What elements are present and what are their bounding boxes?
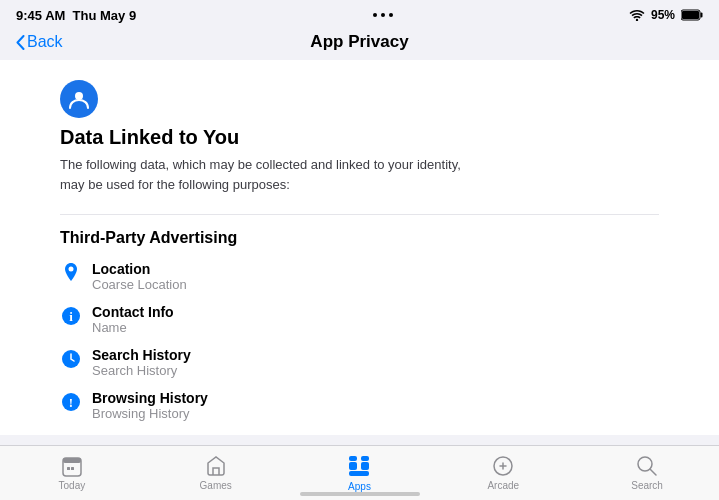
item-sub: Search History [92,363,191,378]
tab-search[interactable]: Search [575,455,719,491]
third-party-title: Third-Party Advertising [60,229,659,247]
item-name: Contact Info [92,304,174,320]
hero-icon [60,80,98,118]
today-icon [61,455,83,477]
tab-arcade-label: Arcade [487,480,519,491]
svg-point-5 [69,267,74,272]
item-name: Location [92,261,187,277]
person-icon [68,88,90,110]
svg-rect-2 [701,13,703,18]
identifiers-icon [60,434,82,435]
list-item: Identifiers User ID Device ID [60,433,659,435]
tab-today-label: Today [59,480,86,491]
main-content: Data Linked to You The following data, w… [0,60,719,435]
tab-apps[interactable]: Apps [288,454,432,492]
list-item: Location Coarse Location [60,261,659,292]
svg-rect-22 [67,467,70,470]
page-title: App Privacy [310,32,408,52]
svg-point-0 [636,19,638,21]
tab-games-label: Games [200,480,232,491]
search-history-icon [60,348,82,370]
svg-rect-26 [349,456,357,461]
item-name: Browsing History [92,390,208,406]
hero-description: The following data, which may be collect… [60,155,480,194]
status-right: 95% [629,8,703,22]
hero-title: Data Linked to You [60,126,659,149]
status-bar: 9:45 AM Thu May 9 95% [0,0,719,28]
contact-icon: i [60,305,82,327]
location-icon [60,262,82,284]
svg-rect-27 [361,456,369,461]
item-sub: Name [92,320,174,335]
svg-rect-28 [349,471,369,476]
svg-point-4 [75,92,83,100]
svg-rect-23 [71,467,74,470]
list-item: i Contact Info Name [60,304,659,335]
divider-1 [60,214,659,215]
tab-apps-label: Apps [348,481,371,492]
back-button[interactable]: Back [16,33,63,51]
battery-level: 95% [651,8,675,22]
status-center [373,13,393,17]
browsing-history-icon: ! [60,391,82,413]
search-icon [636,455,658,477]
list-item: ! Browsing History Browsing History [60,390,659,421]
svg-rect-25 [361,462,369,470]
svg-text:i: i [69,309,73,324]
home-indicator [300,492,420,496]
games-icon [205,455,227,477]
svg-rect-3 [682,11,699,19]
tab-arcade[interactable]: Arcade [431,455,575,491]
battery-icon [681,9,703,21]
arcade-icon [492,455,514,477]
svg-rect-24 [349,462,357,470]
apps-icon [347,454,371,478]
nav-bar: Back App Privacy [0,28,719,60]
tab-games[interactable]: Games [144,455,288,491]
wifi-icon [629,9,645,21]
svg-text:!: ! [69,395,73,410]
status-time: 9:45 AM Thu May 9 [16,8,136,23]
tab-today[interactable]: Today [0,455,144,491]
item-name: Identifiers [92,433,159,435]
chevron-left-icon [16,35,25,50]
svg-rect-21 [63,458,81,463]
tab-search-label: Search [631,480,663,491]
item-name: Search History [92,347,191,363]
item-sub: Coarse Location [92,277,187,292]
item-sub: Browsing History [92,406,208,421]
list-item: Search History Search History [60,347,659,378]
